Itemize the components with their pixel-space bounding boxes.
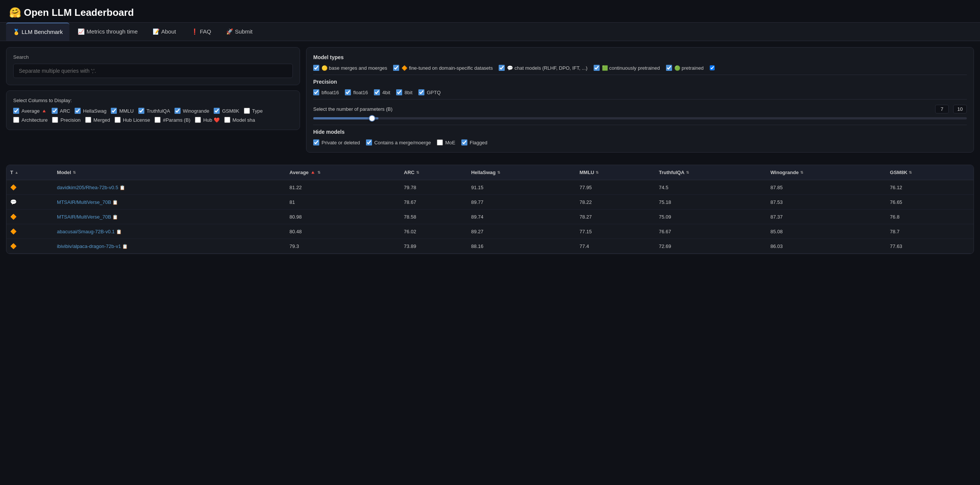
column-checkbox-precision[interactable]: Precision — [52, 117, 80, 123]
precision-input-float16[interactable] — [345, 89, 351, 95]
hide-model-moe[interactable]: MoE — [437, 140, 455, 145]
column-checkbox-model-sha[interactable]: Model sha — [224, 117, 255, 123]
column-checkbox-input-params[interactable] — [154, 117, 161, 123]
column-checkbox-input-model-sha[interactable] — [224, 117, 230, 123]
model-type-fine-tuned[interactable]: 🔶 fine-tuned on domain-specific datasets — [393, 65, 493, 71]
column-checkbox-hellaswag[interactable]: HellaSwag — [75, 108, 106, 114]
model-type-input-fine-tuned[interactable] — [393, 65, 399, 71]
column-checkbox-input-precision[interactable] — [52, 117, 58, 123]
model-type-chat[interactable]: 💬 chat models (RLHF, DPO, IFT, ...) — [499, 65, 587, 71]
th-average[interactable]: Average 🔺⇅ — [286, 165, 400, 180]
copy-icon-1[interactable]: 📋 — [111, 200, 118, 205]
th-inner-t: T▲ — [10, 170, 49, 175]
model-type-label-continuously-pretrained: 🟩 continuously pretrained — [602, 65, 660, 71]
column-checkbox-input-gsm8k[interactable] — [214, 108, 220, 114]
column-checkbox-params[interactable]: #Params (B) — [154, 117, 190, 123]
column-checkbox-truthfulqa[interactable]: TruthfulQA — [138, 108, 170, 114]
copy-icon-2[interactable]: 📋 — [111, 215, 118, 220]
th-inner-average: Average 🔺⇅ — [290, 170, 396, 175]
model-link-1[interactable]: MTSAIR/MultiVerse_70B — [57, 199, 111, 205]
column-checkbox-input-hellaswag[interactable] — [75, 108, 81, 114]
precision-4bit[interactable]: 4bit — [374, 89, 390, 95]
cell-truthfulqa-1: 75.18 — [655, 195, 767, 210]
cell-winogrande-3: 85.08 — [767, 224, 886, 239]
model-link-4[interactable]: ibivibiv/alpaca-dragon-72b-v1 — [57, 243, 121, 249]
hide-model-input-merge-moerge[interactable] — [366, 140, 372, 145]
model-type-input-pretrained[interactable] — [666, 65, 672, 71]
tab-faq[interactable]: ❗ FAQ — [184, 23, 218, 40]
cell-type-1: 💬 — [6, 195, 53, 210]
column-checkbox-input-arc[interactable] — [52, 108, 58, 114]
hide-model-merge-moerge[interactable]: Contains a merge/moerge — [366, 140, 431, 145]
column-checkbox-gsm8k[interactable]: GSM8K — [214, 108, 239, 114]
model-link-2[interactable]: MTSAIR/MultiVerse_70B — [57, 214, 111, 220]
precision-bfloat16[interactable]: bfloat16 — [313, 89, 339, 95]
th-winogrande[interactable]: Winogrande⇅ — [767, 165, 886, 180]
slider-track[interactable] — [313, 117, 967, 119]
column-checkbox-winogrande[interactable]: Winogrande — [175, 108, 209, 114]
tab-submit[interactable]: 🚀 Submit — [220, 23, 259, 40]
model-type-base-merges[interactable]: 🟡 base merges and moerges — [313, 65, 387, 71]
column-checkbox-input-mmlu[interactable] — [111, 108, 117, 114]
column-checkbox-input-architecture[interactable] — [13, 117, 19, 123]
hide-model-flagged[interactable]: Flagged — [461, 140, 487, 145]
th-model[interactable]: Model⇅ — [53, 165, 286, 180]
column-checkbox-input-hub[interactable] — [195, 117, 201, 123]
precision-heading: Precision — [313, 79, 967, 85]
column-checkbox-mmlu[interactable]: MMLU — [111, 108, 134, 114]
column-checkbox-average[interactable]: Average 🔺 — [13, 108, 47, 114]
copy-icon-4[interactable]: 📋 — [121, 244, 128, 249]
column-checkbox-merged[interactable]: Merged — [85, 117, 110, 123]
th-arc[interactable]: ARC⇅ — [400, 165, 468, 180]
tab-metrics-through-time[interactable]: 📈 Metrics through time — [71, 23, 144, 40]
column-checkbox-input-truthfulqa[interactable] — [138, 108, 144, 114]
tab-llm-benchmark[interactable]: 🥇 LLM Benchmark — [6, 22, 69, 41]
column-checkbox-input-merged[interactable] — [85, 117, 91, 123]
copy-icon-3[interactable]: 📋 — [115, 229, 121, 234]
search-input[interactable] — [13, 64, 293, 78]
model-link-3[interactable]: abacusai/Smaug-72B-v0.1 — [57, 229, 115, 234]
sort-icon-average: ⇅ — [317, 170, 320, 175]
column-checkbox-input-type[interactable] — [244, 108, 250, 114]
copy-icon-0[interactable]: 📋 — [118, 185, 125, 190]
precision-gptq[interactable]: GPTQ — [418, 89, 441, 95]
hide-model-label-private-deleted: Private or deleted — [321, 140, 360, 145]
th-hellaswag[interactable]: HellaSwag⇅ — [468, 165, 576, 180]
tab-about[interactable]: 📝 About — [146, 23, 183, 40]
column-checkbox-input-average[interactable] — [13, 108, 19, 114]
precision-input-gptq[interactable] — [418, 89, 425, 95]
th-truthfulqa[interactable]: TruthfulQA⇅ — [655, 165, 767, 180]
th-gsm8k[interactable]: GSM8K⇅ — [886, 165, 974, 180]
model-type-pretrained[interactable]: 🟢 pretrained — [666, 65, 704, 71]
cell-winogrande-2: 87.37 — [767, 210, 886, 224]
precision-input-4bit[interactable] — [374, 89, 380, 95]
th-mmlu[interactable]: MMLU⇅ — [576, 165, 655, 180]
column-checkbox-hub[interactable]: Hub ❤️ — [195, 117, 220, 123]
hide-model-input-moe[interactable] — [437, 140, 443, 145]
model-link-0[interactable]: davidkim205/Rhea-72b-v0.5 — [57, 184, 118, 190]
model-type-continuously-pretrained[interactable]: 🟩 continuously pretrained — [593, 65, 660, 71]
column-checkbox-arc[interactable]: ARC — [52, 108, 70, 114]
cell-winogrande-0: 87.85 — [767, 180, 886, 195]
column-checkbox-type[interactable]: Type — [244, 108, 263, 114]
model-type-input-chat[interactable] — [499, 65, 505, 71]
column-checkbox-hub-license[interactable]: Hub License — [115, 117, 150, 123]
column-checkbox-input-winogrande[interactable] — [175, 108, 181, 114]
th-inner-model: Model⇅ — [57, 170, 282, 175]
model-type-checkbox-extra[interactable] — [710, 65, 714, 71]
column-checkbox-architecture[interactable]: Architecture — [13, 117, 48, 123]
model-type-input-continuously-pretrained[interactable] — [593, 65, 600, 71]
precision-8bit[interactable]: 8bit — [396, 89, 412, 95]
column-checkbox-input-hub-license[interactable] — [115, 117, 121, 123]
hide-model-private-deleted[interactable]: Private or deleted — [313, 140, 360, 145]
hide-model-input-private-deleted[interactable] — [313, 140, 319, 145]
precision-input-8bit[interactable] — [396, 89, 402, 95]
precision-float16[interactable]: float16 — [345, 89, 368, 95]
model-type-input-base-merges[interactable] — [313, 65, 319, 71]
hide-model-input-flagged[interactable] — [461, 140, 468, 145]
precision-input-bfloat16[interactable] — [313, 89, 319, 95]
th-t[interactable]: T▲ — [6, 165, 53, 180]
cell-winogrande-4: 86.03 — [767, 239, 886, 254]
column-checkbox-label-precision: Precision — [60, 117, 80, 123]
slider-thumb[interactable] — [369, 115, 375, 122]
